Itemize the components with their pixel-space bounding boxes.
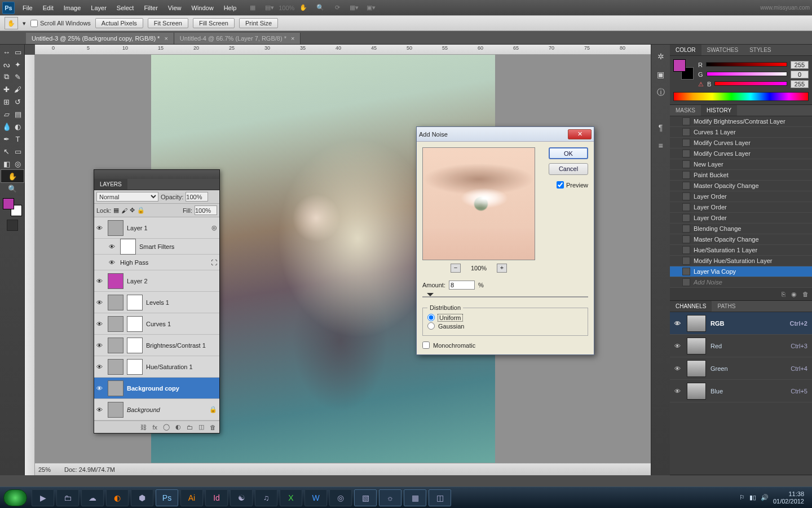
3d-tool[interactable]: ◧ xyxy=(1,157,12,170)
r-input[interactable] xyxy=(791,61,809,69)
fill-screen-button[interactable]: Fill Screen xyxy=(193,18,235,28)
taskbar-excel[interactable]: X xyxy=(280,489,302,506)
channel-row[interactable]: 👁RedCtrl+3 xyxy=(670,335,812,357)
tray-network-icon[interactable]: ▮▯ xyxy=(749,494,756,501)
menu-select[interactable]: Select xyxy=(112,2,139,14)
shape-tool[interactable]: ▭ xyxy=(12,145,24,157)
taskbar-running[interactable]: ◫ xyxy=(429,489,451,506)
layer-item[interactable]: 👁Layer 1◎ xyxy=(94,217,219,239)
menu-filter[interactable]: Filter xyxy=(139,2,162,14)
tray-clock[interactable]: 11:3801/02/2012 xyxy=(773,491,804,505)
start-button[interactable] xyxy=(3,489,27,506)
visibility-icon[interactable]: 👁 xyxy=(109,243,117,250)
close-button[interactable]: ✕ xyxy=(568,129,592,139)
visibility-icon[interactable]: 👁 xyxy=(96,299,104,306)
history-item[interactable]: Hue/Saturation 1 Layer xyxy=(670,245,812,256)
print-size-button[interactable]: Print Size xyxy=(239,18,278,28)
history-item[interactable]: Add Noise xyxy=(670,277,812,288)
stamp-tool[interactable]: ⊞ xyxy=(1,95,12,108)
r-slider[interactable] xyxy=(706,62,787,68)
channel-row[interactable]: 👁GreenCtrl+4 xyxy=(670,357,812,380)
status-zoom[interactable]: 25% xyxy=(38,466,51,473)
marquee-tool[interactable]: ▭ xyxy=(12,46,24,58)
visibility-icon[interactable]: 👁 xyxy=(96,321,104,327)
visibility-icon[interactable]: 👁 xyxy=(96,225,104,231)
tab-paths[interactable]: PATHS xyxy=(712,301,741,312)
heal-tool[interactable]: ✚ xyxy=(1,83,12,95)
close-icon[interactable]: × xyxy=(164,35,167,42)
visibility-icon[interactable]: 👁 xyxy=(96,364,104,370)
quickmask-toggle[interactable] xyxy=(7,220,18,231)
zoom-opt-icon[interactable]: 🔍 xyxy=(315,3,325,13)
wand-tool[interactable]: ✦ xyxy=(12,58,24,71)
lock-pixels-icon[interactable]: 🖌 xyxy=(121,207,127,214)
tab-layers[interactable]: LAYERS xyxy=(94,179,127,190)
panel-fgbg-swatch[interactable] xyxy=(673,59,694,80)
eraser-tool[interactable]: ▱ xyxy=(1,108,12,120)
taskbar-running[interactable]: ☼ xyxy=(379,489,401,506)
layer-item[interactable]: 👁Layer 2 xyxy=(94,270,219,292)
layer-background-copy[interactable]: 👁Background copy xyxy=(94,378,219,399)
paragraph-icon[interactable]: ≡ xyxy=(655,139,667,152)
path-tool[interactable]: ↖ xyxy=(1,145,12,157)
taskbar-running[interactable]: ▦ xyxy=(404,489,426,506)
arrange-docs-icon[interactable]: ▦▾ xyxy=(349,3,359,13)
history-brush-tool[interactable]: ↺ xyxy=(12,95,24,108)
blur-tool[interactable]: 💧 xyxy=(1,120,12,133)
trash-icon[interactable]: 🗑 xyxy=(210,424,216,431)
tab-color[interactable]: COLOR xyxy=(670,45,701,55)
channel-row[interactable]: 👁BlueCtrl+5 xyxy=(670,380,812,402)
rotate-view-icon[interactable]: ⟳ xyxy=(332,3,342,13)
adjustment-icon[interactable]: ◐ xyxy=(175,423,181,431)
info-icon[interactable]: ⓘ xyxy=(655,86,667,99)
doc-tab-1[interactable]: Untitled-3 @ 25% (Background copy, RGB/8… xyxy=(26,33,174,44)
fx-icon[interactable]: fx xyxy=(152,424,157,431)
scroll-all-checkbox[interactable]: Scroll All Windows xyxy=(30,20,91,27)
tool-preset-icon[interactable]: ✋ xyxy=(5,17,18,29)
visibility-icon[interactable]: 👁 xyxy=(109,259,117,266)
eyedropper-tool[interactable]: ✎ xyxy=(12,71,24,83)
pen-tool[interactable]: ✒ xyxy=(1,133,12,145)
link-icon[interactable]: ⛓ xyxy=(140,424,147,431)
view-extras-icon[interactable]: ▤▾ xyxy=(264,3,275,13)
taskbar-app[interactable]: ☁ xyxy=(81,489,104,506)
history-item[interactable]: Layer Order xyxy=(670,213,812,224)
brush-tool[interactable]: 🖌 xyxy=(12,83,24,95)
taskbar-illustrator[interactable]: Ai xyxy=(180,489,203,506)
history-item[interactable]: Modify Hue/Saturation Layer xyxy=(670,256,812,266)
taskbar-firefox[interactable]: ◐ xyxy=(106,489,129,506)
amount-input[interactable] xyxy=(449,281,475,290)
lock-position-icon[interactable]: ✥ xyxy=(130,207,135,214)
visibility-icon[interactable]: 👁 xyxy=(96,385,104,392)
taskbar-running[interactable]: ▧ xyxy=(354,489,377,506)
move-tool[interactable]: ↔ xyxy=(1,46,12,58)
adjustment-curves[interactable]: 👁Curves 1 xyxy=(94,313,219,335)
menu-help[interactable]: Help xyxy=(219,2,241,14)
doc-tab-2[interactable]: Untitled-4 @ 66.7% (Layer 7, RGB/8) *× xyxy=(174,33,301,44)
menu-window[interactable]: Window xyxy=(187,2,218,14)
lasso-tool[interactable]: ᔓ xyxy=(1,58,12,71)
taskbar-app[interactable]: ☯ xyxy=(230,489,253,506)
launch-bridge-icon[interactable]: ▦ xyxy=(248,3,258,13)
amount-slider[interactable] xyxy=(422,292,588,302)
blend-mode-select[interactable]: Normal xyxy=(96,192,158,202)
history-item[interactable]: New Layer xyxy=(670,159,812,170)
zoom-in-button[interactable]: + xyxy=(497,264,507,273)
close-icon[interactable]: × xyxy=(291,35,294,42)
tray-volume-icon[interactable]: 🔊 xyxy=(761,494,769,501)
new-layer-icon[interactable]: ◫ xyxy=(198,423,204,431)
spectrum-bar[interactable] xyxy=(673,92,809,101)
tab-masks[interactable]: MASKS xyxy=(670,105,701,116)
zoom-tool[interactable]: 🔍 xyxy=(1,182,24,195)
folder-icon[interactable]: 🗀 xyxy=(187,424,193,431)
history-item[interactable]: Modify Curves Layer xyxy=(670,148,812,159)
screen-mode-icon[interactable]: ▣▾ xyxy=(366,3,376,13)
history-item[interactable]: Curves 1 Layer xyxy=(670,127,812,138)
panel-titlebar[interactable] xyxy=(94,170,219,179)
fit-screen-button[interactable]: Fit Screen xyxy=(148,18,188,28)
actual-pixels-button[interactable]: Actual Pixels xyxy=(95,18,143,28)
history-item[interactable]: Layer Order xyxy=(670,202,812,213)
preview-checkbox[interactable]: Preview xyxy=(557,181,588,189)
visibility-icon[interactable]: 👁 xyxy=(96,278,104,284)
cancel-button[interactable]: Cancel xyxy=(549,163,588,175)
